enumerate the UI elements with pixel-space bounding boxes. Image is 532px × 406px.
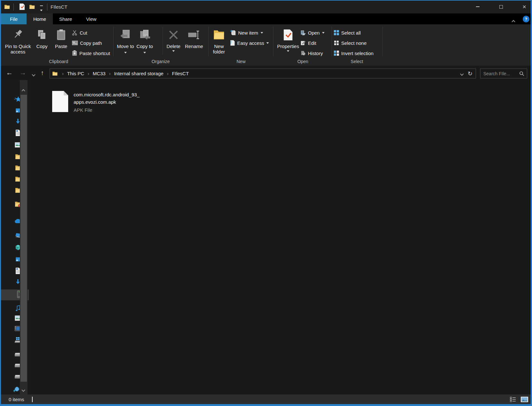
search-input[interactable] xyxy=(480,71,519,76)
group-divider xyxy=(208,26,209,56)
up-button[interactable]: ↑ xyxy=(41,69,44,76)
search-icon[interactable] xyxy=(519,71,524,76)
select-all-label: Select all xyxy=(341,30,361,36)
sidebar-scrollbar[interactable] xyxy=(20,80,28,394)
recent-locations-button[interactable] xyxy=(32,71,35,77)
properties-button[interactable]: Properties xyxy=(276,26,301,57)
forward-button[interactable]: → xyxy=(20,69,26,76)
copy-path-label: Copy path xyxy=(80,40,102,46)
group-divider xyxy=(332,26,332,56)
sidebar-item-network[interactable] xyxy=(13,386,20,393)
history-button[interactable]: History xyxy=(301,49,323,58)
file-name-line1: com.microsoft.rdc.android_93_ xyxy=(74,91,140,98)
open-button[interactable]: Open xyxy=(301,28,325,37)
new-item-label: New item xyxy=(238,30,258,36)
qat-new-folder-icon[interactable] xyxy=(29,4,35,9)
pin-icon xyxy=(12,26,24,44)
copy-icon xyxy=(37,26,47,44)
easy-access-icon xyxy=(230,40,235,46)
search-box xyxy=(480,69,527,78)
window-border xyxy=(531,0,532,406)
select-none-label: Select none xyxy=(341,40,367,46)
group-label-clipboard: Clipboard xyxy=(49,59,68,64)
tab-view[interactable]: View xyxy=(78,13,104,24)
scroll-up-icon[interactable] xyxy=(22,90,25,92)
select-none-icon xyxy=(334,40,339,45)
edit-icon xyxy=(301,40,306,45)
status-bar: 0 items xyxy=(1,394,531,404)
cut-icon xyxy=(72,30,77,36)
ribbon: Pin to Quick access Copy Paste Cut Copy … xyxy=(1,24,531,66)
copy-label: Copy xyxy=(36,44,47,49)
details-view-icon xyxy=(510,397,516,402)
new-item-button[interactable]: New item xyxy=(230,28,263,37)
breadcrumb-mc33[interactable]: MC33 xyxy=(93,71,106,76)
select-none-button[interactable]: Select none xyxy=(334,38,367,47)
file-type-label: APK File xyxy=(74,107,92,113)
new-folder-button[interactable]: New folder xyxy=(210,26,228,57)
minimize-icon xyxy=(476,6,480,7)
help-button[interactable]: ? xyxy=(523,16,529,22)
select-all-icon xyxy=(334,30,339,35)
rename-button[interactable]: Rename xyxy=(184,26,204,57)
paste-shortcut-button[interactable]: Paste shortcut xyxy=(72,49,110,58)
qat-folder-icon[interactable] xyxy=(4,4,10,9)
select-all-button[interactable]: Select all xyxy=(334,28,361,37)
tab-share[interactable]: Share xyxy=(53,13,78,24)
qat-customize-caret-icon[interactable] xyxy=(40,5,43,12)
new-item-icon xyxy=(230,30,236,36)
invert-selection-button[interactable]: Invert selection xyxy=(334,49,374,58)
qat-properties-icon[interactable] xyxy=(20,4,25,10)
breadcrumb-separator-icon: › xyxy=(167,71,169,76)
cut-button[interactable]: Cut xyxy=(72,28,87,37)
sidebar-scrollbar-thumb[interactable] xyxy=(20,95,27,382)
dropdown-caret-icon xyxy=(143,52,146,53)
easy-access-button[interactable]: Easy access xyxy=(230,38,269,47)
breadcrumb-this-pc[interactable]: This PC xyxy=(67,71,84,76)
history-label: History xyxy=(308,51,323,56)
paste-button[interactable]: Paste xyxy=(52,26,70,57)
refresh-button[interactable]: ↻ xyxy=(468,71,472,77)
rename-icon xyxy=(188,26,200,44)
open-label: Open xyxy=(308,30,320,36)
scroll-down-icon[interactable] xyxy=(22,389,25,391)
items-count: 0 items xyxy=(9,394,24,404)
back-button[interactable]: ← xyxy=(6,69,13,76)
move-to-label: Move to xyxy=(117,44,134,54)
dropdown-caret-icon xyxy=(266,42,269,44)
delete-label: Delete xyxy=(166,44,180,49)
minimize-button[interactable] xyxy=(470,1,485,13)
address-dropdown-button[interactable] xyxy=(461,71,463,76)
window-border xyxy=(0,0,1,406)
close-button[interactable]: × xyxy=(517,1,532,13)
group-divider xyxy=(273,26,273,56)
copy-to-button[interactable]: Copy to xyxy=(136,26,153,57)
copy-to-label: Copy to xyxy=(136,44,153,54)
invert-selection-icon xyxy=(334,51,339,56)
properties-icon xyxy=(284,26,293,44)
move-to-button[interactable]: Move to xyxy=(117,26,134,57)
large-icons-view-button[interactable] xyxy=(520,396,528,402)
copy-path-button[interactable]: Copy path xyxy=(72,38,102,47)
paste-shortcut-label: Paste shortcut xyxy=(79,51,110,56)
file-item-apk[interactable]: com.microsoft.rdc.android_93_ apps.evozi… xyxy=(52,91,187,114)
copy-button[interactable]: Copy xyxy=(34,26,50,57)
qat-separator xyxy=(13,4,14,11)
tab-file[interactable]: File xyxy=(1,13,27,24)
details-view-button[interactable] xyxy=(509,396,517,402)
pin-to-quick-access-button[interactable]: Pin to Quick access xyxy=(4,26,32,57)
dropdown-caret-icon xyxy=(322,32,325,34)
address-bar[interactable]: › This PC › MC33 › Internal shared stora… xyxy=(50,69,476,78)
edit-button[interactable]: Edit xyxy=(301,38,316,47)
group-label-open: Open xyxy=(297,59,308,64)
tab-home[interactable]: Home xyxy=(27,13,53,24)
breadcrumb-filesct[interactable]: FIlesCT xyxy=(172,71,189,76)
maximize-button[interactable] xyxy=(494,1,508,13)
breadcrumb-internal-shared-storage[interactable]: Internal shared storage xyxy=(114,71,163,76)
large-icons-view-icon xyxy=(521,397,528,402)
dropdown-caret-icon xyxy=(172,50,175,52)
delete-button[interactable]: Delete xyxy=(164,26,183,57)
file-list-pane[interactable]: com.microsoft.rdc.android_93_ apps.evozi… xyxy=(29,80,531,394)
collapse-ribbon-button[interactable] xyxy=(512,19,515,24)
group-label-organize: Organize xyxy=(152,59,170,64)
